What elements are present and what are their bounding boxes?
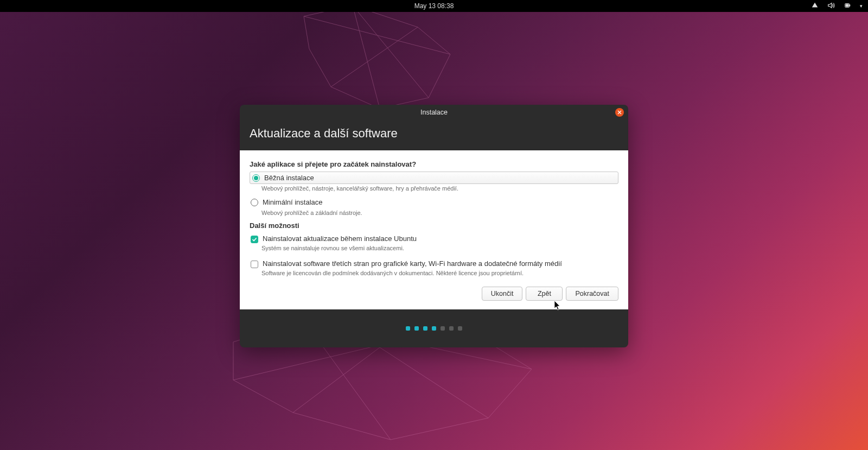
network-icon[interactable] [811,2,819,11]
progress-dots [240,309,628,347]
chevron-down-icon[interactable]: ▾ [860,3,863,9]
battery-icon[interactable] [844,2,851,11]
continue-button[interactable]: Pokračovat [566,287,618,301]
question-label: Jaké aplikace si přejete pro začátek nai… [250,160,618,168]
radio-hint: Webový prohlížeč, nástroje, kancelářský … [261,185,618,192]
installer-content: Jaké aplikace si přejete pro začátek nai… [240,150,628,309]
checkbox-icon [251,236,258,243]
progress-dot [414,326,419,331]
checkbox-third-party[interactable]: Nainstalovat software třetích stran pro … [250,258,618,270]
installer-window: Instalace Aktualizace a další software J… [240,105,628,347]
gnome-topbar: May 13 08:38 ▾ [0,0,868,12]
checkbox-download-updates[interactable]: Nainstalovat aktualizace během instalace… [250,233,618,245]
volume-icon[interactable] [827,2,835,11]
other-options-heading: Další možnosti [250,221,618,230]
close-button[interactable] [615,108,624,117]
quit-button[interactable]: Ukončit [482,287,523,301]
progress-dot [449,326,454,331]
checkbox-hint: Software je licencován dle podmínek dodá… [261,270,618,276]
window-titlebar[interactable]: Instalace [240,105,628,120]
progress-dot [423,326,427,331]
page-heading: Aktualizace a další software [240,120,628,150]
svg-rect-2 [846,4,849,7]
window-title: Instalace [420,109,448,116]
svg-rect-1 [850,4,851,7]
checkbox-icon [251,261,258,268]
radio-minimal-install[interactable]: Minimální instalace [250,196,618,208]
radio-hint: Webový prohlížeč a základní nástroje. [261,210,618,216]
progress-dot [432,326,436,331]
progress-dot [441,326,445,331]
radio-label: Minimální instalace [263,198,323,206]
back-button[interactable]: Zpět [526,287,563,301]
button-row: Ukončit Zpět Pokračovat [250,287,618,301]
checkbox-label: Nainstalovat aktualizace během instalace… [263,234,417,243]
radio-icon [251,199,258,206]
radio-label: Běžná instalace [264,174,314,182]
system-tray[interactable]: ▾ [811,0,863,12]
progress-dot [458,326,462,331]
radio-icon [252,174,260,182]
clock[interactable]: May 13 08:38 [414,2,454,10]
progress-dot [406,326,410,331]
checkbox-label: Nainstalovat software třetích stran pro … [263,259,562,268]
checkbox-hint: Systém se nainstaluje rovnou se všemi ak… [261,245,618,251]
radio-normal-install[interactable]: Běžná instalace [250,172,618,184]
